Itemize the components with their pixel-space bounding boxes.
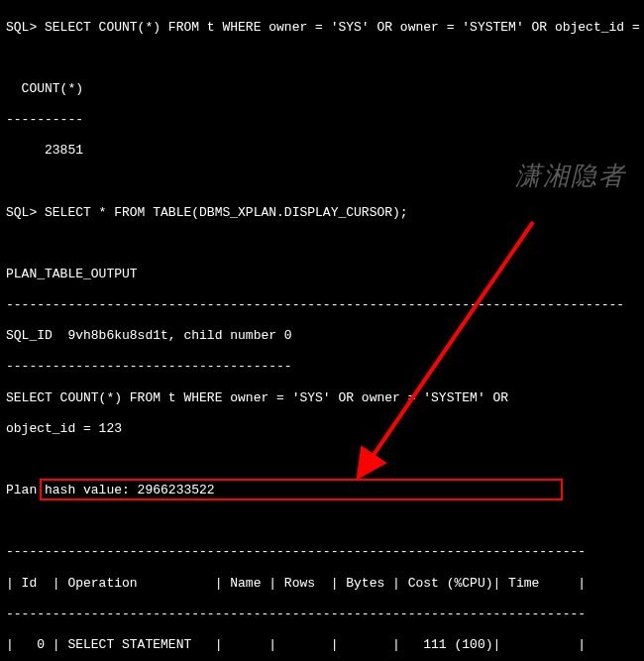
count-header: COUNT(*) (6, 81, 638, 97)
sql-id-line: SQL_ID 9vh8b6ku8sd1t, child number 0 (6, 328, 638, 344)
divider-line: ----------------------------------------… (6, 297, 638, 313)
plan-table-header: PLAN_TABLE_OUTPUT (6, 267, 638, 282)
blank-line (6, 173, 638, 189)
sql-echo-line: object_id = 123 (6, 421, 638, 437)
sql-command-line: SQL> SELECT COUNT(*) FROM t WHERE owner … (6, 20, 638, 36)
sql-echo-line: SELECT COUNT(*) FROM t WHERE owner = 'SY… (6, 390, 638, 406)
blank-line (6, 513, 638, 529)
terminal-output: SQL> SELECT COUNT(*) FROM t WHERE owner … (0, 0, 644, 661)
divider-line: ---------- (6, 112, 638, 128)
blank-line (6, 51, 638, 66)
blank-line (6, 236, 638, 252)
table-border: ----------------------------------------… (6, 606, 638, 622)
sql-command-line: SQL> SELECT * FROM TABLE(DBMS_XPLAN.DISP… (6, 205, 638, 221)
plan-hash-line: Plan hash value: 2966233522 (6, 483, 638, 498)
count-value: 23851 (6, 143, 638, 159)
blank-line (6, 452, 638, 468)
table-header-row: | Id | Operation | Name | Rows | Bytes |… (6, 576, 638, 592)
table-row: | 0 | SELECT STATEMENT | | | | 111 (100)… (6, 637, 638, 653)
divider-line: ------------------------------------- (6, 359, 638, 375)
table-border: ----------------------------------------… (6, 544, 638, 560)
